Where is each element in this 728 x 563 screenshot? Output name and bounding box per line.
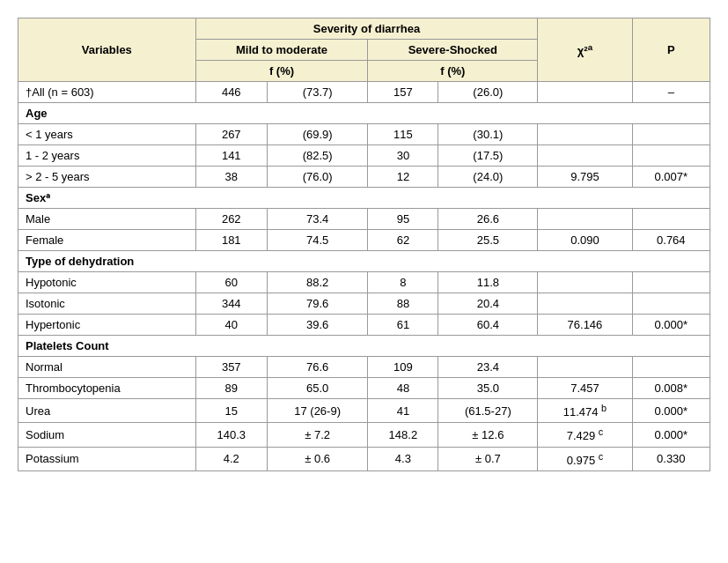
variable-cell: Male <box>18 209 196 230</box>
col-p: P <box>632 19 710 82</box>
mild-f-cell: 446 <box>195 82 267 103</box>
p-cell: 0.330 <box>632 447 710 470</box>
variable-cell: †All (n = 603) <box>18 82 196 103</box>
severe-f-cell: 109 <box>368 357 438 378</box>
variable-cell: Hypertonic <box>18 315 196 336</box>
severe-pct-cell: 20.4 <box>438 293 538 315</box>
chi2-cell <box>538 209 632 230</box>
variable-cell: Urea <box>18 399 196 423</box>
mild-pct-cell: (76.0) <box>267 167 367 188</box>
severe-f-cell: 157 <box>368 82 438 103</box>
col-severity: Severity of diarrhea <box>195 19 538 40</box>
severe-f-cell: 62 <box>368 230 438 251</box>
chi2-cell <box>538 357 632 378</box>
p-cell <box>632 145 710 167</box>
severe-f-cell: 148.2 <box>368 423 438 447</box>
chi2-cell <box>538 272 632 293</box>
p-cell <box>632 124 710 145</box>
severe-pct-cell: (30.1) <box>438 124 538 145</box>
col-chi2: χ²a <box>538 19 632 82</box>
severe-f-cell: 4.3 <box>368 447 438 470</box>
variable-cell: < 1 years <box>18 124 196 145</box>
p-cell: 0.764 <box>632 230 710 251</box>
severe-f-cell: 48 <box>368 378 438 399</box>
variable-cell: Potassium <box>18 447 196 470</box>
variable-cell: 1 - 2 years <box>18 145 196 167</box>
mild-pct-cell: 76.6 <box>267 357 367 378</box>
p-cell: 0.000* <box>632 399 710 423</box>
mild-f-cell: 38 <box>195 167 267 188</box>
severe-pct-cell: (17.5) <box>438 145 538 167</box>
mild-pct-cell: 73.4 <box>267 209 367 230</box>
severe-pct-cell: ± 0.7 <box>438 447 538 470</box>
chi2-cell <box>538 124 632 145</box>
severe-pct-cell: (24.0) <box>438 167 538 188</box>
mild-f-cell: 4.2 <box>195 447 267 470</box>
chi2-cell: 7.429 c <box>538 423 632 447</box>
section-header-cell: Age <box>18 103 710 124</box>
p-cell: 0.000* <box>632 423 710 447</box>
chi2-cell: 0.090 <box>538 230 632 251</box>
variable-cell: Thrombocytopenia <box>18 378 196 399</box>
severe-pct-cell: 25.5 <box>438 230 538 251</box>
mild-pct-cell: 88.2 <box>267 272 367 293</box>
mild-f-cell: 15 <box>195 399 267 423</box>
variable-cell: Normal <box>18 357 196 378</box>
mild-f-cell: 40 <box>195 315 267 336</box>
severe-f-cell: 8 <box>368 272 438 293</box>
col-variables: Variables <box>18 19 196 82</box>
variable-cell: Hypotonic <box>18 272 196 293</box>
variable-cell: > 2 - 5 years <box>18 167 196 188</box>
chi2-cell: 9.795 <box>538 167 632 188</box>
chi2-cell <box>538 145 632 167</box>
severe-f-cell: 30 <box>368 145 438 167</box>
mild-pct-cell: 39.6 <box>267 315 367 336</box>
severe-pct-cell: (61.5-27) <box>438 399 538 423</box>
p-cell: 0.000* <box>632 315 710 336</box>
mild-f-cell: 344 <box>195 293 267 315</box>
variable-cell: Female <box>18 230 196 251</box>
mild-f-cell: 267 <box>195 124 267 145</box>
mild-pct-cell: ± 0.6 <box>267 447 367 470</box>
mild-pct-cell: (82.5) <box>267 145 367 167</box>
p-cell: 0.008* <box>632 378 710 399</box>
chi2-cell: 0.975 c <box>538 447 632 470</box>
severe-f-cell: 95 <box>368 209 438 230</box>
severe-f-cell: 115 <box>368 124 438 145</box>
p-cell <box>632 209 710 230</box>
mild-f-cell: 181 <box>195 230 267 251</box>
p-cell: – <box>632 82 710 103</box>
severe-pct-cell: 11.8 <box>438 272 538 293</box>
severe-f-cell: 88 <box>368 293 438 315</box>
severe-pct-cell: 26.6 <box>438 209 538 230</box>
chi2-cell <box>538 82 632 103</box>
variable-cell: Sodium <box>18 423 196 447</box>
table-wrapper: Variables Severity of diarrhea χ²a P Mil… <box>18 18 710 471</box>
chi2-cell: 7.457 <box>538 378 632 399</box>
mild-pct-cell: (69.9) <box>267 124 367 145</box>
severe-f-cell: 41 <box>368 399 438 423</box>
section-header-cell: Platelets Count <box>18 336 710 357</box>
col-severe: Severe-Shocked <box>368 40 538 61</box>
severe-pct-cell: 23.4 <box>438 357 538 378</box>
p-cell <box>632 293 710 315</box>
mild-f-cell: 60 <box>195 272 267 293</box>
mild-pct-cell: 74.5 <box>267 230 367 251</box>
mild-f-cell: 140.3 <box>195 423 267 447</box>
main-table: Variables Severity of diarrhea χ²a P Mil… <box>18 18 710 471</box>
col-f-pct-2: f (%) <box>368 61 538 82</box>
col-f-pct-1: f (%) <box>195 61 368 82</box>
chi2-cell: 11.474 b <box>538 399 632 423</box>
p-cell <box>632 272 710 293</box>
mild-pct-cell: (73.7) <box>267 82 367 103</box>
severe-pct-cell: 35.0 <box>438 378 538 399</box>
severe-f-cell: 12 <box>368 167 438 188</box>
severe-f-cell: 61 <box>368 315 438 336</box>
severe-pct-cell: (26.0) <box>438 82 538 103</box>
severe-pct-cell: 60.4 <box>438 315 538 336</box>
p-cell <box>632 357 710 378</box>
mild-f-cell: 89 <box>195 378 267 399</box>
mild-f-cell: 262 <box>195 209 267 230</box>
variable-cell: Isotonic <box>18 293 196 315</box>
mild-pct-cell: 79.6 <box>267 293 367 315</box>
